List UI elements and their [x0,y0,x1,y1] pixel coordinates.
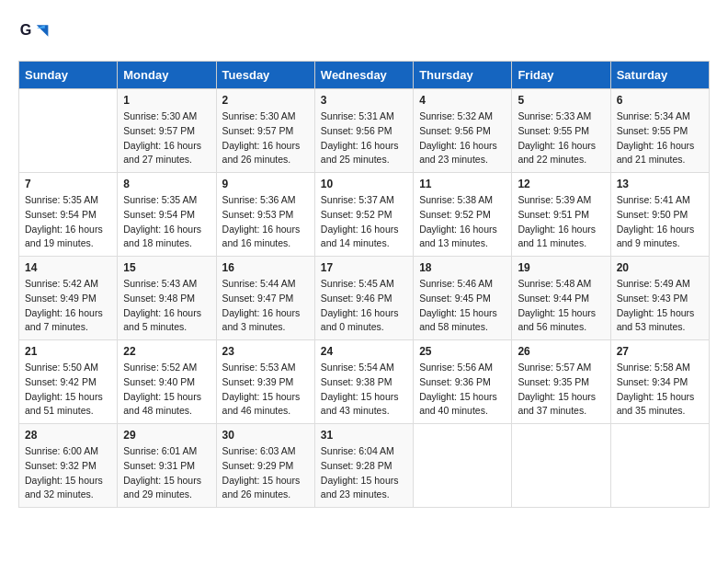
cell-content: Sunrise: 5:31 AMSunset: 9:56 PMDaylight:… [321,109,407,167]
calendar-cell: 15Sunrise: 5:43 AMSunset: 9:48 PMDayligh… [118,257,216,340]
calendar-header-row: SundayMondayTuesdayWednesdayThursdayFrid… [19,62,710,89]
day-number: 3 [321,94,407,107]
day-number: 12 [518,178,604,190]
calendar-cell: 8Sunrise: 5:35 AMSunset: 9:54 PMDaylight… [118,173,216,257]
calendar-cell: 12Sunrise: 5:39 AMSunset: 9:51 PMDayligh… [512,173,610,257]
day-number: 14 [25,261,111,274]
calendar-cell: 22Sunrise: 5:52 AMSunset: 9:40 PMDayligh… [118,340,216,424]
cell-content: Sunrise: 5:53 AMSunset: 9:39 PMDaylight:… [222,361,309,419]
cell-content: Sunrise: 5:35 AMSunset: 9:54 PMDaylight:… [123,193,210,251]
header-friday: Friday [512,62,610,89]
header-wednesday: Wednesday [314,62,413,89]
calendar-cell: 31Sunrise: 6:04 AMSunset: 9:28 PMDayligh… [314,424,413,508]
cell-content: Sunrise: 5:34 AMSunset: 9:55 PMDaylight:… [617,109,703,167]
day-number: 21 [25,345,111,358]
day-number: 23 [222,345,309,358]
calendar-cell: 19Sunrise: 5:48 AMSunset: 9:44 PMDayligh… [512,257,610,340]
calendar-cell: 17Sunrise: 5:45 AMSunset: 9:46 PMDayligh… [314,257,413,340]
calendar-cell: 9Sunrise: 5:36 AMSunset: 9:53 PMDaylight… [216,173,314,257]
cell-content: Sunrise: 5:45 AMSunset: 9:46 PMDaylight:… [321,277,407,335]
cell-content: Sunrise: 5:30 AMSunset: 9:57 PMDaylight:… [123,109,210,167]
cell-content: Sunrise: 6:04 AMSunset: 9:28 PMDaylight:… [321,444,407,502]
day-number: 18 [419,261,506,274]
week-row-5: 28Sunrise: 6:00 AMSunset: 9:32 PMDayligh… [19,424,710,508]
day-number: 16 [222,261,309,274]
svg-text:G: G [20,21,32,38]
cell-content: Sunrise: 5:44 AMSunset: 9:47 PMDaylight:… [222,277,309,335]
cell-content: Sunrise: 5:37 AMSunset: 9:52 PMDaylight:… [321,193,407,251]
calendar-cell: 11Sunrise: 5:38 AMSunset: 9:52 PMDayligh… [414,173,512,257]
day-number: 31 [321,429,407,442]
calendar-cell: 20Sunrise: 5:49 AMSunset: 9:43 PMDayligh… [610,257,709,340]
week-row-3: 14Sunrise: 5:42 AMSunset: 9:49 PMDayligh… [19,257,710,340]
cell-content: Sunrise: 5:41 AMSunset: 9:50 PMDaylight:… [617,193,703,251]
day-number: 19 [518,261,604,274]
cell-content: Sunrise: 5:36 AMSunset: 9:53 PMDaylight:… [222,193,309,251]
cell-content: Sunrise: 5:56 AMSunset: 9:36 PMDaylight:… [419,361,506,419]
cell-content: Sunrise: 5:32 AMSunset: 9:56 PMDaylight:… [419,109,506,167]
cell-content: Sunrise: 5:35 AMSunset: 9:54 PMDaylight:… [25,193,111,251]
day-number: 22 [123,345,210,358]
day-number: 25 [419,345,506,358]
calendar-cell: 14Sunrise: 5:42 AMSunset: 9:49 PMDayligh… [19,257,118,340]
day-number: 6 [617,94,703,107]
cell-content: Sunrise: 5:33 AMSunset: 9:55 PMDaylight:… [518,109,604,167]
day-number: 10 [321,178,407,190]
day-number: 1 [123,94,210,107]
cell-content: Sunrise: 5:50 AMSunset: 9:42 PMDaylight:… [25,361,111,419]
calendar-cell: 29Sunrise: 6:01 AMSunset: 9:31 PMDayligh… [118,424,216,508]
cell-content: Sunrise: 5:58 AMSunset: 9:34 PMDaylight:… [617,361,703,419]
day-number: 5 [518,94,604,107]
day-number: 2 [222,94,309,107]
cell-content: Sunrise: 5:48 AMSunset: 9:44 PMDaylight:… [518,277,604,335]
day-number: 8 [123,178,210,190]
calendar-cell: 24Sunrise: 5:54 AMSunset: 9:38 PMDayligh… [314,340,413,424]
day-number: 17 [321,261,407,274]
calendar-cell [19,89,118,173]
calendar-cell: 27Sunrise: 5:58 AMSunset: 9:34 PMDayligh… [610,340,709,424]
calendar-cell: 5Sunrise: 5:33 AMSunset: 9:55 PMDaylight… [512,89,610,173]
header-saturday: Saturday [610,62,709,89]
week-row-1: 1Sunrise: 5:30 AMSunset: 9:57 PMDaylight… [19,89,710,173]
day-number: 7 [25,178,111,190]
cell-content: Sunrise: 5:54 AMSunset: 9:38 PMDaylight:… [321,361,407,419]
header-sunday: Sunday [19,62,118,89]
calendar-cell: 26Sunrise: 5:57 AMSunset: 9:35 PMDayligh… [512,340,610,424]
calendar-cell: 30Sunrise: 6:03 AMSunset: 9:29 PMDayligh… [216,424,314,508]
calendar-cell: 13Sunrise: 5:41 AMSunset: 9:50 PMDayligh… [610,173,709,257]
day-number: 28 [25,429,111,442]
calendar-cell: 10Sunrise: 5:37 AMSunset: 9:52 PMDayligh… [314,173,413,257]
header: G [18,18,710,52]
cell-content: Sunrise: 5:52 AMSunset: 9:40 PMDaylight:… [123,361,210,419]
day-number: 27 [617,345,703,358]
calendar-cell: 1Sunrise: 5:30 AMSunset: 9:57 PMDaylight… [118,89,216,173]
day-number: 20 [617,261,703,274]
calendar-cell: 2Sunrise: 5:30 AMSunset: 9:57 PMDaylight… [216,89,314,173]
cell-content: Sunrise: 5:43 AMSunset: 9:48 PMDaylight:… [123,277,210,335]
day-number: 11 [419,178,506,190]
day-number: 24 [321,345,407,358]
calendar-cell [610,424,709,508]
calendar-cell: 25Sunrise: 5:56 AMSunset: 9:36 PMDayligh… [414,340,512,424]
calendar-cell: 16Sunrise: 5:44 AMSunset: 9:47 PMDayligh… [216,257,314,340]
day-number: 15 [123,261,210,274]
day-number: 4 [419,94,506,107]
calendar-cell: 18Sunrise: 5:46 AMSunset: 9:45 PMDayligh… [414,257,512,340]
cell-content: Sunrise: 6:00 AMSunset: 9:32 PMDaylight:… [25,444,111,502]
cell-content: Sunrise: 6:03 AMSunset: 9:29 PMDaylight:… [222,444,309,502]
logo: G [18,18,57,52]
day-number: 26 [518,345,604,358]
calendar-cell [414,424,512,508]
cell-content: Sunrise: 5:46 AMSunset: 9:45 PMDaylight:… [419,277,506,335]
header-thursday: Thursday [414,62,512,89]
day-number: 30 [222,429,309,442]
day-number: 13 [617,178,703,190]
calendar-cell: 4Sunrise: 5:32 AMSunset: 9:56 PMDaylight… [414,89,512,173]
cell-content: Sunrise: 6:01 AMSunset: 9:31 PMDaylight:… [123,444,210,502]
calendar-cell: 3Sunrise: 5:31 AMSunset: 9:56 PMDaylight… [314,89,413,173]
header-tuesday: Tuesday [216,62,314,89]
cell-content: Sunrise: 5:42 AMSunset: 9:49 PMDaylight:… [25,277,111,335]
calendar-cell [512,424,610,508]
week-row-2: 7Sunrise: 5:35 AMSunset: 9:54 PMDaylight… [19,173,710,257]
cell-content: Sunrise: 5:39 AMSunset: 9:51 PMDaylight:… [518,193,604,251]
